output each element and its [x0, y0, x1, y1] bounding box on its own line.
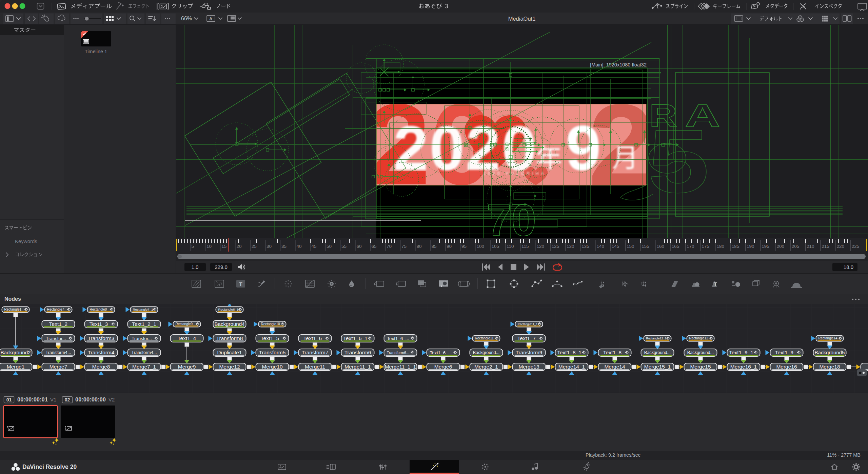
svg-text:Transform9: Transform9 — [516, 350, 542, 355]
svg-text:55: 55 — [341, 244, 347, 249]
svg-text:Merge12: Merge12 — [219, 364, 240, 370]
svg-text:15: 15 — [221, 244, 226, 249]
svg-text:Rectangle7_1: Rectangle7_1 — [133, 308, 153, 311]
svg-text:T: T — [239, 281, 242, 287]
svg-text:130: 130 — [567, 244, 574, 249]
svg-text:225: 225 — [852, 244, 860, 249]
svg-text:Text1_5: Text1_5 — [261, 335, 279, 341]
svg-text:Transform8: Transform8 — [216, 335, 243, 341]
svg-text:T: T — [714, 281, 717, 287]
svg-text:Merge9: Merge9 — [178, 364, 196, 370]
svg-text:Transform4...: Transform4... — [46, 350, 71, 355]
svg-text:145: 145 — [612, 244, 619, 249]
svg-text:Text1_9: Text1_9 — [775, 350, 793, 355]
svg-text:Rectangle14: Rectangle14 — [818, 336, 838, 340]
svg-text:Text1_2_1: Text1_2_1 — [132, 321, 156, 327]
svg-text:0: 0 — [511, 195, 536, 238]
svg-text:85: 85 — [432, 244, 437, 249]
svg-text:180: 180 — [716, 244, 724, 249]
svg-text:170: 170 — [687, 244, 694, 249]
svg-text:65: 65 — [372, 244, 377, 249]
svg-text:Rectangle8: Rectangle8 — [90, 308, 107, 311]
svg-text:Rectangle12_1: Rectangle12_1 — [646, 337, 667, 340]
svg-text:00:00:00:00: 00:00:00:00 — [75, 396, 106, 402]
svg-text:95: 95 — [461, 244, 467, 249]
svg-text:Text1_4: Text1_4 — [178, 335, 196, 341]
svg-text:100: 100 — [476, 244, 484, 249]
svg-text:Transform4...: Transform4... — [132, 350, 157, 355]
svg-text:175: 175 — [702, 244, 709, 249]
svg-text:Transform7: Transform7 — [302, 350, 329, 355]
svg-text:Merge18: Merge18 — [819, 364, 840, 370]
svg-text:90: 90 — [447, 244, 452, 249]
svg-text:Text1_6_...: Text1_6_... — [387, 336, 409, 341]
svg-text:120: 120 — [536, 244, 544, 249]
svg-text:Merge16_1: Merge16_1 — [730, 364, 757, 370]
svg-text:18.0: 18.0 — [844, 264, 853, 270]
svg-text:MediaOut1: MediaOut1 — [508, 16, 536, 22]
svg-text:Text1_6_1: Text1_6_1 — [343, 335, 368, 341]
svg-text:Text1_6_...: Text1_6_... — [430, 350, 452, 355]
svg-text:00:00:00:01: 00:00:00:01 — [17, 396, 48, 402]
svg-text:Rectangle7: Rectangle7 — [47, 308, 64, 311]
svg-text:200: 200 — [776, 244, 784, 249]
svg-text:Rectangle11: Rectangle11 — [475, 336, 494, 340]
svg-text:Transform6: Transform6 — [344, 350, 371, 355]
svg-text:Text1_8_1: Text1_8_1 — [557, 350, 581, 355]
svg-text:A: A — [209, 16, 213, 21]
svg-text:10: 10 — [206, 244, 212, 249]
svg-text:105: 105 — [492, 244, 499, 249]
svg-text:70: 70 — [387, 244, 392, 249]
svg-text:5: 5 — [648, 111, 709, 211]
svg-text:125: 125 — [552, 244, 559, 249]
svg-text:210: 210 — [807, 244, 814, 249]
svg-text:V2: V2 — [108, 397, 115, 402]
svg-text:20: 20 — [236, 244, 241, 249]
svg-text:Background...: Background... — [473, 350, 499, 355]
svg-text:Rectangle12: Rectangle12 — [689, 336, 709, 340]
svg-text:Merge11_1_1: Merge11_1_1 — [385, 364, 416, 370]
svg-text:Rectangle11_1: Rectangle11_1 — [518, 322, 538, 326]
svg-text:Transfor...: Transfor... — [46, 336, 66, 341]
svg-text:7: 7 — [487, 195, 511, 238]
svg-text:Merge7_1: Merge7_1 — [132, 364, 156, 370]
svg-text:Text1_7: Text1_7 — [517, 335, 536, 341]
svg-text:Duplicate1: Duplicate1 — [217, 350, 242, 355]
svg-text:30: 30 — [267, 244, 272, 249]
svg-text:60: 60 — [356, 244, 361, 249]
svg-text:Merge15_1: Merge15_1 — [644, 364, 671, 370]
svg-text:Background...: Background... — [687, 350, 714, 355]
svg-text:Merge6: Merge6 — [434, 364, 452, 370]
svg-text:40: 40 — [296, 244, 301, 249]
svg-text:Rectangle6_1: Rectangle6_1 — [218, 308, 239, 311]
svg-text:1.0: 1.0 — [192, 264, 199, 270]
svg-text:Text1_9_1: Text1_9_1 — [729, 350, 753, 355]
svg-text:Transfor...: Transfor... — [132, 336, 152, 341]
svg-text:110: 110 — [507, 244, 514, 249]
svg-text:160: 160 — [656, 244, 664, 249]
svg-text:215: 215 — [822, 244, 829, 249]
svg-text:66%: 66% — [181, 16, 192, 21]
svg-text:Transform5: Transform5 — [259, 350, 286, 355]
svg-text:75: 75 — [401, 244, 407, 249]
svg-text:Text1_8: Text1_8 — [603, 350, 622, 355]
svg-text:45: 45 — [312, 244, 317, 249]
svg-text:Text1_6: Text1_6 — [303, 335, 322, 341]
svg-text:115: 115 — [521, 244, 529, 249]
svg-text:Transform4: Transform4 — [88, 350, 115, 355]
svg-text:Merge10: Merge10 — [262, 364, 283, 370]
svg-text:Transform6...: Transform6... — [387, 351, 410, 355]
svg-text:155: 155 — [642, 244, 649, 249]
svg-text:Text1_3: Text1_3 — [90, 321, 108, 327]
svg-text:50: 50 — [327, 244, 332, 249]
svg-text:Merge16: Merge16 — [776, 364, 797, 370]
svg-text:Merge14: Merge14 — [604, 364, 625, 370]
svg-text:Merge7: Merge7 — [50, 364, 67, 370]
svg-text:80: 80 — [416, 244, 421, 249]
svg-text:25: 25 — [252, 244, 257, 249]
svg-text:Merge13: Merge13 — [518, 364, 539, 370]
svg-text:Rectangle9: Rectangle9 — [176, 322, 193, 326]
svg-text:Merge11: Merge11 — [305, 364, 325, 370]
svg-text:Merge11_1: Merge11_1 — [344, 364, 371, 370]
svg-text:Keywords: Keywords — [15, 238, 37, 244]
